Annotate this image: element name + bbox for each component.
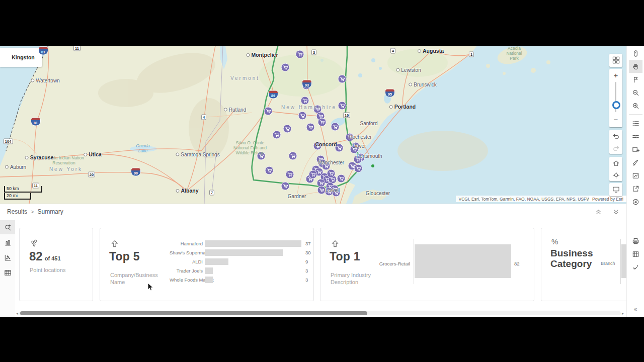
business-location-marker[interactable] (338, 75, 346, 83)
zoom-out-tool[interactable] (629, 86, 642, 99)
scrollbar-track[interactable] (19, 311, 621, 315)
business-location-marker[interactable] (298, 112, 306, 120)
arrow-up-icon (331, 239, 341, 249)
percent-icon: % (551, 237, 558, 246)
scroll-left-arrow[interactable]: ◂ (15, 311, 19, 316)
bar-track (205, 267, 301, 274)
right-toolbar: « (626, 46, 644, 317)
business-location-marker[interactable] (317, 186, 326, 194)
city-dot (25, 156, 29, 159)
route-shield: 16 (343, 113, 350, 118)
fullscreen-button[interactable] (609, 183, 622, 195)
map-city-label: Syracuse (25, 154, 54, 160)
business-location-marker[interactable] (264, 107, 272, 115)
scroll-right-arrow[interactable]: ▸ (621, 311, 625, 316)
business-location-marker[interactable] (281, 182, 289, 190)
top5-bar-row: Shaw's Supermarket30 (170, 248, 310, 257)
bar-label: ALDI (170, 259, 205, 264)
bar-fill (205, 258, 228, 265)
business-location-marker[interactable] (296, 50, 304, 58)
scatter-view-tool[interactable] (0, 250, 15, 264)
export-icon (632, 185, 639, 193)
export-tool[interactable] (629, 182, 642, 195)
table-view-tool[interactable] (0, 265, 15, 280)
chart-view-tool[interactable] (0, 235, 15, 249)
breadcrumb-summary[interactable]: Summary (37, 208, 63, 215)
route-shield: 3 (311, 50, 316, 55)
zoom-in-tool[interactable] (629, 99, 642, 112)
interstate-shield: 95 (385, 89, 394, 97)
draw-tool[interactable] (629, 156, 642, 169)
scrollbar-thumb[interactable] (20, 311, 367, 315)
zoom-in-button[interactable]: + (609, 69, 622, 81)
bar-track (205, 277, 301, 283)
card-top1-industry: Top 1 Primary Industry Description Groce… (320, 228, 534, 301)
mouse-tooltip-tool[interactable] (629, 47, 642, 60)
collapse-toolbar-button[interactable]: « (634, 306, 637, 313)
map-state-label: New York (49, 166, 83, 172)
business-location-marker[interactable] (309, 170, 317, 178)
horizontal-scrollbar[interactable]: ◂ ▸ (15, 311, 625, 316)
table-tool[interactable] (629, 247, 642, 260)
add-window-tool[interactable] (629, 143, 642, 156)
business-location-marker[interactable] (338, 102, 346, 110)
zoom-slider-handle[interactable] (612, 101, 620, 109)
map-city-label: Albany (176, 188, 198, 194)
card-point-locations: 82of 451 Point locations (19, 228, 93, 301)
flag-tool[interactable] (629, 73, 642, 86)
filter-sliders-tool[interactable] (629, 130, 642, 143)
zoom-slider[interactable] (609, 81, 622, 113)
business-location-marker[interactable] (265, 166, 273, 174)
route-shield: 1 (469, 52, 474, 57)
app-content: KingstonWatertownSyracuseAuburnUticaSara… (0, 46, 644, 317)
app-window: KingstonWatertownSyracuseAuburnUticaSara… (0, 0, 644, 362)
pan-tool[interactable] (629, 60, 642, 73)
map-city-label: Utica (84, 151, 102, 157)
expand-panel-down-icon[interactable] (613, 208, 619, 215)
image-chart-tool[interactable] (629, 169, 642, 182)
results-panel: Results > Summary 82of 451 Point locatio… (0, 204, 626, 317)
redo-button[interactable] (609, 142, 622, 154)
business-location-marker[interactable] (281, 63, 289, 71)
breadcrumb-results[interactable]: Results (7, 208, 27, 215)
business-location-marker[interactable] (337, 174, 345, 183)
map-city-label: Lowell (326, 188, 340, 193)
business-location-marker[interactable] (306, 123, 314, 131)
business-location-marker[interactable] (331, 123, 339, 131)
business-location-marker[interactable] (286, 170, 294, 178)
top1-subtitle: Primary Industry Description (331, 272, 371, 286)
locations-count: 82of 451 (29, 249, 61, 263)
zoom-control: + − (609, 69, 622, 127)
bar-fill (205, 267, 213, 274)
summary-search-tool[interactable] (0, 220, 15, 234)
business-location-marker[interactable] (273, 131, 281, 139)
map-city-label: Lewiston (396, 67, 421, 73)
locate-button[interactable] (609, 169, 622, 181)
legend-list-tool[interactable] (629, 117, 642, 130)
route-shield: 104 (4, 139, 13, 144)
map-city-label: Brunswick (409, 82, 437, 87)
print-tool[interactable] (629, 234, 642, 247)
city-dot (389, 105, 393, 109)
business-location-marker[interactable] (301, 97, 309, 105)
disable-tool[interactable] (629, 195, 642, 208)
business-location-marker[interactable] (289, 152, 297, 160)
city-dot (409, 83, 412, 86)
city-dot (84, 153, 87, 156)
business-location-marker[interactable] (354, 164, 362, 172)
business-location-marker[interactable] (283, 125, 291, 133)
zoom-out-button[interactable]: − (609, 113, 622, 125)
map-city-label: Kingston (12, 54, 35, 60)
collapse-panel-icon[interactable] (595, 208, 602, 215)
map-canvas[interactable]: KingstonWatertownSyracuseAuburnUticaSara… (0, 46, 626, 204)
sketch-arrow-tool[interactable] (629, 260, 642, 274)
category-title: Business Category (550, 248, 611, 269)
undo-button[interactable] (609, 130, 622, 142)
home-button[interactable] (609, 157, 622, 169)
business-location-marker[interactable] (327, 169, 335, 177)
bar-fill (205, 277, 213, 283)
map-city-label: Augusta (418, 48, 444, 54)
zoom-out-icon (632, 89, 639, 97)
business-location-marker[interactable] (318, 118, 326, 126)
basemap-grid-button[interactable] (609, 54, 622, 66)
